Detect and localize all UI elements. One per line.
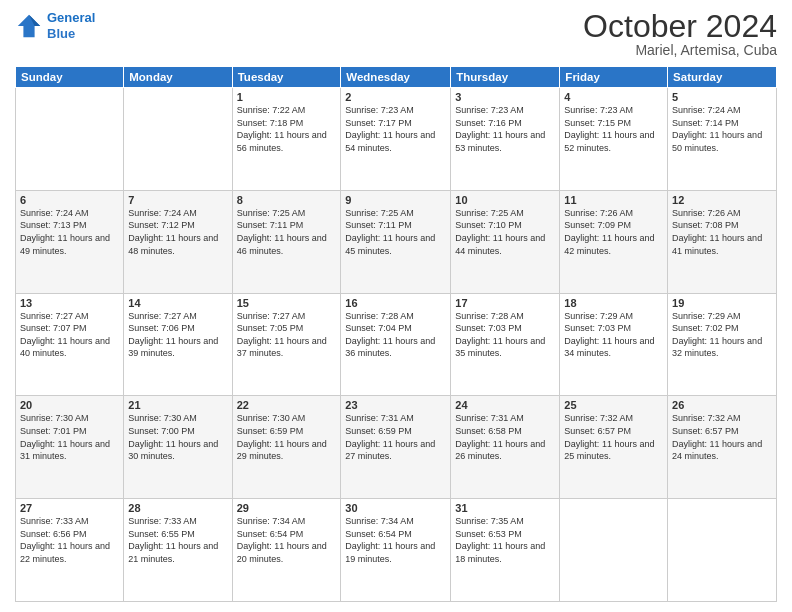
week-row-1: 1Sunrise: 7:22 AMSunset: 7:18 PMDaylight… (16, 88, 777, 191)
day-number: 11 (564, 194, 663, 206)
day-info: Sunrise: 7:25 AMSunset: 7:11 PMDaylight:… (345, 207, 446, 257)
location-title: Mariel, Artemisa, Cuba (583, 42, 777, 58)
day-info: Sunrise: 7:24 AMSunset: 7:14 PMDaylight:… (672, 104, 772, 154)
day-info: Sunrise: 7:24 AMSunset: 7:12 PMDaylight:… (128, 207, 227, 257)
weekday-header-monday: Monday (124, 67, 232, 88)
week-row-4: 20Sunrise: 7:30 AMSunset: 7:01 PMDayligh… (16, 396, 777, 499)
day-info: Sunrise: 7:23 AMSunset: 7:17 PMDaylight:… (345, 104, 446, 154)
day-number: 28 (128, 502, 227, 514)
day-number: 7 (128, 194, 227, 206)
weekday-header-saturday: Saturday (668, 67, 777, 88)
weekday-header-friday: Friday (560, 67, 668, 88)
day-number: 27 (20, 502, 119, 514)
calendar-cell: 30Sunrise: 7:34 AMSunset: 6:54 PMDayligh… (341, 499, 451, 602)
week-row-3: 13Sunrise: 7:27 AMSunset: 7:07 PMDayligh… (16, 293, 777, 396)
weekday-header-thursday: Thursday (451, 67, 560, 88)
calendar-cell: 25Sunrise: 7:32 AMSunset: 6:57 PMDayligh… (560, 396, 668, 499)
day-number: 25 (564, 399, 663, 411)
calendar-table: SundayMondayTuesdayWednesdayThursdayFrid… (15, 66, 777, 602)
day-number: 17 (455, 297, 555, 309)
day-info: Sunrise: 7:22 AMSunset: 7:18 PMDaylight:… (237, 104, 337, 154)
calendar-cell: 21Sunrise: 7:30 AMSunset: 7:00 PMDayligh… (124, 396, 232, 499)
day-number: 22 (237, 399, 337, 411)
day-info: Sunrise: 7:24 AMSunset: 7:13 PMDaylight:… (20, 207, 119, 257)
day-info: Sunrise: 7:29 AMSunset: 7:02 PMDaylight:… (672, 310, 772, 360)
calendar-cell: 2Sunrise: 7:23 AMSunset: 7:17 PMDaylight… (341, 88, 451, 191)
day-number: 6 (20, 194, 119, 206)
weekday-header-sunday: Sunday (16, 67, 124, 88)
week-row-5: 27Sunrise: 7:33 AMSunset: 6:56 PMDayligh… (16, 499, 777, 602)
calendar-cell: 27Sunrise: 7:33 AMSunset: 6:56 PMDayligh… (16, 499, 124, 602)
calendar-cell: 11Sunrise: 7:26 AMSunset: 7:09 PMDayligh… (560, 190, 668, 293)
day-info: Sunrise: 7:25 AMSunset: 7:11 PMDaylight:… (237, 207, 337, 257)
day-number: 31 (455, 502, 555, 514)
day-info: Sunrise: 7:31 AMSunset: 6:58 PMDaylight:… (455, 412, 555, 462)
weekday-header-wednesday: Wednesday (341, 67, 451, 88)
calendar-cell: 9Sunrise: 7:25 AMSunset: 7:11 PMDaylight… (341, 190, 451, 293)
page: General Blue October 2024 Mariel, Artemi… (0, 0, 792, 612)
day-number: 23 (345, 399, 446, 411)
logo-line1: General (47, 10, 95, 25)
calendar-cell (124, 88, 232, 191)
calendar-cell: 8Sunrise: 7:25 AMSunset: 7:11 PMDaylight… (232, 190, 341, 293)
day-info: Sunrise: 7:31 AMSunset: 6:59 PMDaylight:… (345, 412, 446, 462)
calendar-cell (668, 499, 777, 602)
day-number: 18 (564, 297, 663, 309)
day-number: 20 (20, 399, 119, 411)
day-number: 2 (345, 91, 446, 103)
day-info: Sunrise: 7:26 AMSunset: 7:09 PMDaylight:… (564, 207, 663, 257)
day-info: Sunrise: 7:27 AMSunset: 7:06 PMDaylight:… (128, 310, 227, 360)
calendar-cell: 5Sunrise: 7:24 AMSunset: 7:14 PMDaylight… (668, 88, 777, 191)
day-info: Sunrise: 7:27 AMSunset: 7:05 PMDaylight:… (237, 310, 337, 360)
day-info: Sunrise: 7:33 AMSunset: 6:56 PMDaylight:… (20, 515, 119, 565)
logo-icon (15, 12, 43, 40)
logo-text: General Blue (47, 10, 95, 41)
calendar-cell: 13Sunrise: 7:27 AMSunset: 7:07 PMDayligh… (16, 293, 124, 396)
day-info: Sunrise: 7:28 AMSunset: 7:03 PMDaylight:… (455, 310, 555, 360)
header: General Blue October 2024 Mariel, Artemi… (15, 10, 777, 58)
logo: General Blue (15, 10, 95, 41)
calendar-cell: 3Sunrise: 7:23 AMSunset: 7:16 PMDaylight… (451, 88, 560, 191)
calendar-cell: 10Sunrise: 7:25 AMSunset: 7:10 PMDayligh… (451, 190, 560, 293)
calendar-cell: 24Sunrise: 7:31 AMSunset: 6:58 PMDayligh… (451, 396, 560, 499)
calendar-cell: 20Sunrise: 7:30 AMSunset: 7:01 PMDayligh… (16, 396, 124, 499)
day-info: Sunrise: 7:29 AMSunset: 7:03 PMDaylight:… (564, 310, 663, 360)
weekday-header-row: SundayMondayTuesdayWednesdayThursdayFrid… (16, 67, 777, 88)
day-number: 8 (237, 194, 337, 206)
day-number: 1 (237, 91, 337, 103)
day-number: 15 (237, 297, 337, 309)
day-info: Sunrise: 7:30 AMSunset: 7:00 PMDaylight:… (128, 412, 227, 462)
month-title: October 2024 (583, 10, 777, 42)
day-number: 4 (564, 91, 663, 103)
calendar-cell: 29Sunrise: 7:34 AMSunset: 6:54 PMDayligh… (232, 499, 341, 602)
day-info: Sunrise: 7:26 AMSunset: 7:08 PMDaylight:… (672, 207, 772, 257)
calendar-cell: 4Sunrise: 7:23 AMSunset: 7:15 PMDaylight… (560, 88, 668, 191)
calendar-cell: 7Sunrise: 7:24 AMSunset: 7:12 PMDaylight… (124, 190, 232, 293)
day-info: Sunrise: 7:23 AMSunset: 7:16 PMDaylight:… (455, 104, 555, 154)
day-info: Sunrise: 7:30 AMSunset: 6:59 PMDaylight:… (237, 412, 337, 462)
calendar-cell: 22Sunrise: 7:30 AMSunset: 6:59 PMDayligh… (232, 396, 341, 499)
weekday-header-tuesday: Tuesday (232, 67, 341, 88)
logo-line2: Blue (47, 26, 75, 41)
calendar-cell: 19Sunrise: 7:29 AMSunset: 7:02 PMDayligh… (668, 293, 777, 396)
day-number: 3 (455, 91, 555, 103)
day-number: 19 (672, 297, 772, 309)
day-number: 9 (345, 194, 446, 206)
day-number: 16 (345, 297, 446, 309)
day-number: 24 (455, 399, 555, 411)
day-info: Sunrise: 7:23 AMSunset: 7:15 PMDaylight:… (564, 104, 663, 154)
day-info: Sunrise: 7:25 AMSunset: 7:10 PMDaylight:… (455, 207, 555, 257)
day-number: 29 (237, 502, 337, 514)
day-info: Sunrise: 7:33 AMSunset: 6:55 PMDaylight:… (128, 515, 227, 565)
calendar-cell: 28Sunrise: 7:33 AMSunset: 6:55 PMDayligh… (124, 499, 232, 602)
calendar-cell: 16Sunrise: 7:28 AMSunset: 7:04 PMDayligh… (341, 293, 451, 396)
calendar-cell: 14Sunrise: 7:27 AMSunset: 7:06 PMDayligh… (124, 293, 232, 396)
day-number: 30 (345, 502, 446, 514)
calendar-cell: 31Sunrise: 7:35 AMSunset: 6:53 PMDayligh… (451, 499, 560, 602)
day-number: 26 (672, 399, 772, 411)
calendar-cell: 26Sunrise: 7:32 AMSunset: 6:57 PMDayligh… (668, 396, 777, 499)
day-number: 12 (672, 194, 772, 206)
day-info: Sunrise: 7:35 AMSunset: 6:53 PMDaylight:… (455, 515, 555, 565)
day-number: 5 (672, 91, 772, 103)
day-number: 14 (128, 297, 227, 309)
